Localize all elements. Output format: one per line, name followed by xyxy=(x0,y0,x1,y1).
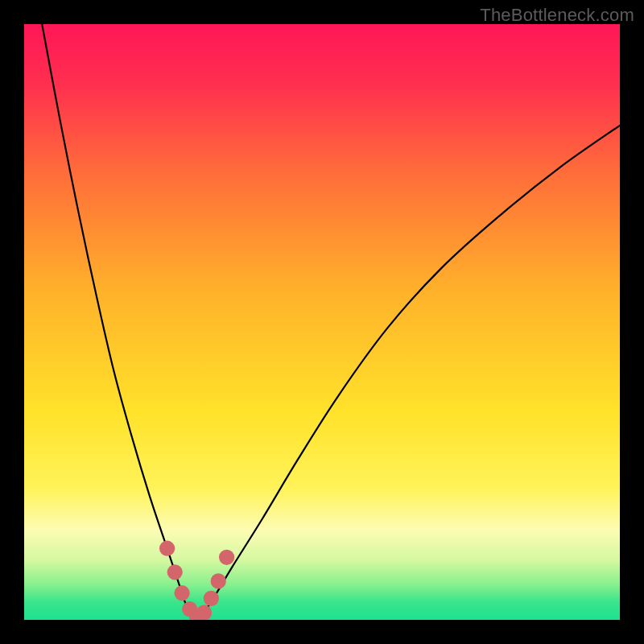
chart-frame: TheBottleneck.com xyxy=(0,0,644,644)
curve-layer xyxy=(24,24,620,620)
notch-bead xyxy=(204,591,219,606)
curve-left-branch xyxy=(42,24,196,620)
plot-area xyxy=(24,24,620,620)
notch-bead xyxy=(211,573,226,588)
notch-bead xyxy=(159,541,175,556)
notch-bead xyxy=(167,564,183,580)
curve-right-branch xyxy=(197,126,620,620)
notch-beads xyxy=(159,541,234,620)
notch-bead xyxy=(219,550,234,565)
notch-bead xyxy=(196,605,212,621)
notch-bead xyxy=(174,585,189,601)
watermark-text: TheBottleneck.com xyxy=(480,5,634,26)
